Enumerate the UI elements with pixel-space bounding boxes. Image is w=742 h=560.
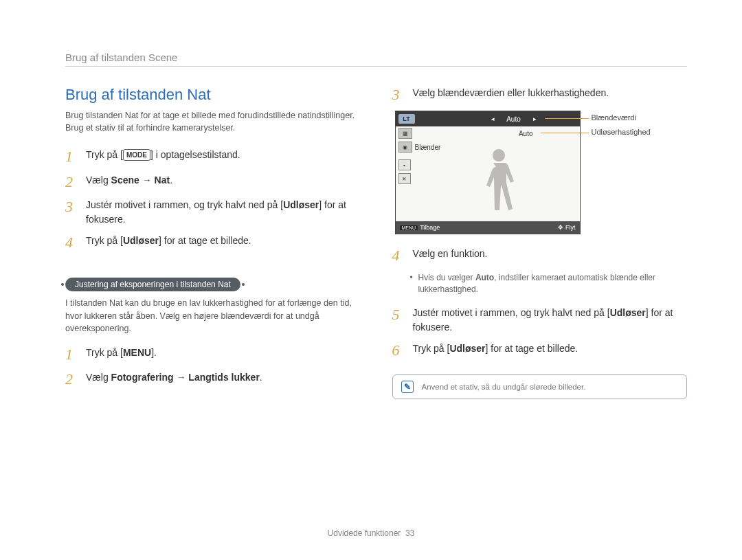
page-footer: Udvidede funktioner 33 [0, 528, 742, 538]
step-text: Vælg Fotografering → Langtids lukker. [86, 370, 361, 385]
text: ] i optagelsestilstand. [150, 149, 240, 160]
steps-right-cont: 4 Vælg en funktion. [392, 247, 688, 265]
step-number: 3 [65, 198, 82, 216]
mode-key: MODE [123, 149, 150, 161]
step-item: 6 Tryk på [Udløser] for at tage et bille… [392, 341, 688, 359]
lcd-bottom-bar: MENUTilbage ✥ Flyt [396, 221, 580, 234]
subsection-heading: Justering af eksponeringen i tilstanden … [65, 278, 240, 291]
step-item: 3 Vælg blændeværdien eller lukkerhastigh… [392, 86, 688, 104]
steps-right-cont2: 5 Justér motivet i rammen, og tryk halvt… [392, 306, 688, 359]
steps-right: 3 Vælg blændeværdien eller lukkerhastigh… [392, 86, 688, 104]
camera-lcd: LT ◂ Auto ▸ ▦ Auto ◉ Blænder • [395, 111, 581, 234]
page-number: 33 [405, 528, 414, 538]
step-text: Justér motivet i rammen, og tryk halvt n… [86, 198, 361, 227]
step-item: 2 Vælg Scene → Nat. [65, 173, 361, 191]
step-text: Tryk på [MENU]. [86, 346, 361, 360]
step-item: 2 Vælg Fotografering → Langtids lukker. [65, 370, 361, 388]
tip-box: ✎ Anvend et stativ, så du undgår slørede… [392, 374, 688, 399]
steps-main: 1 Tryk på [MODE] i optagelsestilstand. 2… [65, 148, 361, 251]
breadcrumb: Brug af tilstanden Scene [65, 52, 687, 67]
chevron-right-icon: ▸ [533, 115, 537, 122]
menu-key-icon: MENU [400, 225, 418, 230]
aperture-value: Auto [497, 115, 531, 123]
intro-text: Brug tilstanden Nat for at tage et bille… [65, 109, 361, 134]
step-item: 5 Justér motivet i rammen, og tryk halvt… [392, 306, 688, 335]
callout-line [545, 118, 589, 119]
step-item: 4 Vælg en funktion. [392, 247, 688, 265]
subsection-desc: I tilstanden Nat kan du bruge en lav luk… [65, 297, 361, 334]
step-text: Tryk på [MODE] i optagelsestilstand. [86, 148, 361, 162]
camera-lcd-figure: LT ◂ Auto ▸ ▦ Auto ◉ Blænder • [395, 111, 688, 234]
step-item: 1 Tryk på [MODE] i optagelsestilstand. [65, 148, 361, 166]
lcd-row: ▦ Auto [396, 126, 580, 140]
flash-off-icon: ✕ [398, 173, 411, 184]
step-number: 1 [65, 346, 82, 363]
text: Tryk på [ [86, 149, 123, 160]
back-label: Tilbage [420, 224, 440, 231]
lcd-top-row: LT ◂ Auto ▸ [396, 111, 580, 126]
step-text: Vælg blændeværdien eller lukkerhastighed… [413, 86, 688, 100]
move-label: Flyt [565, 224, 576, 231]
step-number: 4 [65, 234, 82, 251]
move-icon: ✥ [558, 224, 565, 231]
step-number: 5 [392, 306, 409, 324]
info-icon: ✎ [401, 381, 414, 393]
step-text: Justér motivet i rammen, og tryk halvt n… [413, 306, 688, 335]
section-title: Brug af tilstanden Nat [65, 86, 361, 104]
dot-icon: • [398, 159, 411, 170]
step-item: 1 Tryk på [MENU]. [65, 346, 361, 363]
step-number: 3 [392, 86, 409, 104]
callout-line [541, 133, 589, 133]
lcd-side-icons: • ✕ [398, 159, 411, 184]
shutter-value: Auto [519, 130, 533, 137]
chevron-left-icon: ◂ [491, 115, 495, 122]
tip-text: Anvend et stativ, så du undgår slørede b… [422, 383, 586, 391]
step-text: Tryk på [Udløser] for at tage et billede… [86, 234, 361, 248]
aperture-label: Blænder [415, 144, 441, 151]
step-number: 2 [65, 370, 82, 388]
step-number: 6 [392, 341, 409, 359]
step-item: 3 Justér motivet i rammen, og tryk halvt… [65, 198, 361, 227]
step-item: 4 Tryk på [Udløser] for at tage et bille… [65, 234, 361, 251]
step-number: 2 [65, 173, 82, 191]
grid-icon: ▦ [398, 128, 412, 139]
step-text: Vælg en funktion. [413, 247, 688, 261]
subject-silhouette [478, 149, 519, 221]
steps-sub: 1 Tryk på [MENU]. 2 Vælg Fotografering →… [65, 346, 361, 389]
footer-section: Udvidede funktioner [328, 528, 401, 538]
callout-aperture: Blændeværdi [592, 113, 636, 122]
step-number: 1 [65, 148, 82, 166]
callout-shutter: Udløserhastighed [592, 128, 651, 136]
step-number: 4 [392, 247, 409, 265]
step-text: Vælg Scene → Nat. [86, 173, 361, 188]
lt-badge: LT [398, 114, 415, 124]
note-bullet: Hvis du vælger Auto, indstiller kameraet… [409, 272, 688, 296]
step-text: Tryk på [Udløser] for at tage et billede… [413, 341, 688, 356]
aperture-icon: ◉ [398, 142, 412, 153]
